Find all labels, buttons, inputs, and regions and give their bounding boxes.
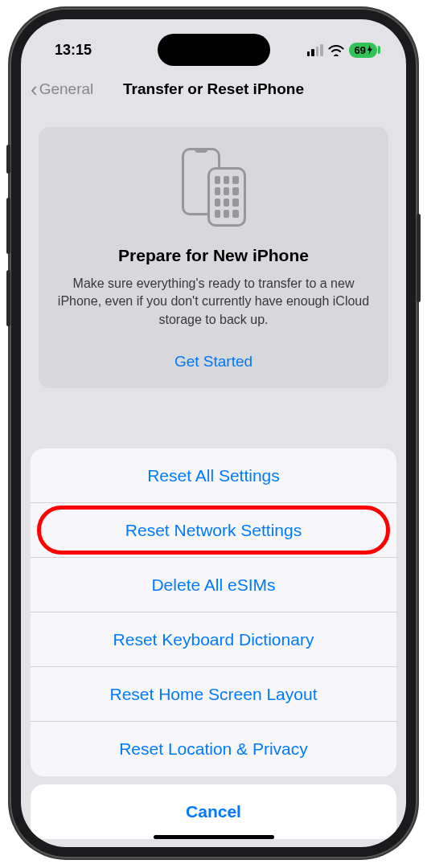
volume-down-button [6,270,10,326]
dynamic-island [158,34,270,66]
cancel-button[interactable]: Cancel [31,784,396,839]
reset-option-2[interactable]: Delete All eSIMs [31,558,396,612]
reset-option-0[interactable]: Reset All Settings [31,448,396,503]
home-indicator[interactable] [154,835,274,839]
reset-option-5[interactable]: Reset Location & Privacy [31,722,396,776]
reset-option-1[interactable]: Reset Network Settings [31,503,396,558]
volume-up-button [6,198,10,254]
mute-switch [6,145,10,174]
action-sheet-overlay[interactable]: Reset All SettingsReset Network Settings… [21,19,406,847]
reset-action-sheet: Reset All SettingsReset Network Settings… [31,448,396,776]
annotation-highlight [37,506,390,555]
screen: 13:15 69 ‹ General Transfer or Reset iPh… [21,19,406,847]
reset-option-3[interactable]: Reset Keyboard Dictionary [31,612,396,667]
phone-frame: 13:15 69 ‹ General Transfer or Reset iPh… [10,8,417,858]
reset-option-4[interactable]: Reset Home Screen Layout [31,667,396,722]
power-button [417,214,421,302]
